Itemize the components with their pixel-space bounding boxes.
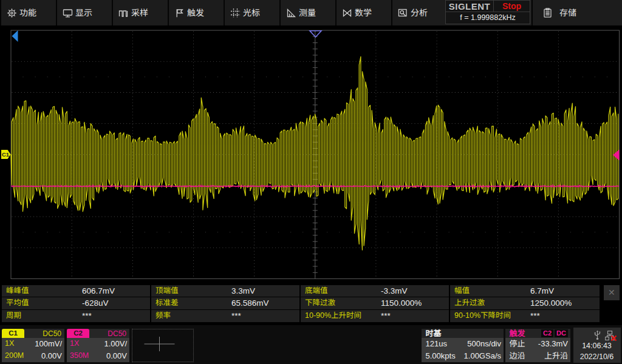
trigger-level: -33.3mV bbox=[538, 338, 568, 350]
channel1-scale-row: 1X 100mV/ bbox=[2, 338, 64, 350]
timebase-panel[interactable]: 时基 121us 500ns/div 5.00kpts 1.00GSa/s bbox=[422, 329, 504, 362]
trigger-position-marker[interactable] bbox=[310, 31, 321, 37]
trigger-coupling-badge: DC bbox=[555, 329, 568, 337]
trigger-status: 停止 bbox=[510, 338, 525, 350]
channel1-descriptor[interactable]: C1 DC50 1X 100mV/ 200M 0.00V bbox=[2, 329, 64, 362]
channel1-scale: 100mV/ bbox=[35, 338, 62, 350]
timebase-delay: 121us bbox=[426, 338, 447, 350]
measurement-cell: 顶端值3.3mV bbox=[151, 285, 301, 297]
timebase-row: 5.00kpts 1.00GSa/s bbox=[422, 350, 504, 362]
measurement-cell: 10-90%上升时间*** bbox=[301, 310, 450, 322]
trigger-slope: 上升沿 bbox=[544, 350, 568, 362]
channel2-scale: 1.00V/ bbox=[104, 338, 127, 350]
status-bar: C1 DC50 1X 100mV/ 200M 0.00V C2 DC50 1X … bbox=[0, 325, 622, 364]
measurement-label: 上升过激 bbox=[454, 297, 485, 309]
clock-time: 14:06:43 bbox=[573, 342, 621, 350]
measurement-value: -3.3mV bbox=[381, 285, 408, 297]
timebase-sample-rate: 1.00GSa/s bbox=[464, 350, 501, 362]
measurement-row: 峰峰值606.7mV 顶端值3.3mV 底端值-3.3mV 幅值6.7mV bbox=[2, 285, 600, 297]
timebase-body: 121us 500ns/div 5.00kpts 1.00GSa/s bbox=[422, 338, 504, 362]
timebase-scale: 500ns/div bbox=[467, 338, 501, 350]
measurement-row: 周期*** 频率*** 10-90%上升时间*** 90-10%下降时间*** bbox=[2, 310, 600, 322]
trigger-title: 触发 bbox=[510, 329, 525, 339]
measurement-value: *** bbox=[82, 310, 92, 322]
measurement-cell: 幅值6.7mV bbox=[450, 285, 600, 297]
trigger-type: 边沿 bbox=[510, 350, 525, 362]
channel2-tab: C2 bbox=[67, 329, 89, 339]
measurement-value: 606.7mV bbox=[82, 285, 115, 297]
measurement-cell: 上升过激1250.000% bbox=[450, 297, 600, 309]
trigger-row: 边沿 上升沿 bbox=[505, 350, 571, 362]
trigger-source-badge: C2 bbox=[541, 329, 553, 337]
channel1-offset-row: 200M 0.00V bbox=[2, 350, 64, 362]
timebase-points: 5.00kpts bbox=[426, 350, 456, 362]
trigger-row: 停止 -33.3mV bbox=[505, 338, 571, 350]
channel1-coupling: DC50 bbox=[43, 329, 61, 339]
measurement-cell: 峰峰值606.7mV bbox=[2, 285, 151, 297]
measurement-cell: 90-10%下降时间*** bbox=[450, 310, 600, 322]
crosshair-icon bbox=[132, 329, 193, 362]
measurement-label: 90-10%下降时间 bbox=[454, 310, 511, 322]
trigger-panel[interactable]: 触发 C2 DC 停止 -33.3mV 边沿 上升沿 bbox=[505, 329, 571, 362]
lan-disconnected-icon bbox=[605, 331, 617, 341]
trigger-header: 触发 C2 DC bbox=[505, 329, 571, 339]
measurement-cell: 标准差65.586mV bbox=[151, 297, 301, 309]
measurement-cell: 周期*** bbox=[2, 310, 151, 322]
measurement-label: 10-90%上升时间 bbox=[305, 310, 361, 322]
measurement-label: 下降过激 bbox=[305, 297, 335, 309]
measurement-label: 幅值 bbox=[454, 285, 470, 297]
trigger-delay-marker[interactable] bbox=[12, 30, 18, 42]
channel1-trace bbox=[11, 56, 618, 250]
measurement-label: 底端值 bbox=[305, 285, 328, 297]
channel1-settings: 1X 100mV/ 200M 0.00V bbox=[2, 338, 64, 362]
channel2-attenuation: 1X bbox=[70, 338, 79, 350]
usb-icon bbox=[593, 330, 601, 340]
measurement-value: *** bbox=[231, 310, 241, 322]
channel2-scale-row: 1X 1.00V/ bbox=[67, 338, 129, 350]
close-icon[interactable]: ✕ bbox=[604, 285, 620, 300]
measurement-value: 65.586mV bbox=[231, 297, 269, 309]
measurement-value: -628uV bbox=[82, 297, 109, 309]
clock-date: 2022/10/6 bbox=[573, 352, 621, 361]
measurement-value: 3.3mV bbox=[231, 285, 255, 297]
measurement-cell: 下降过激1150.000% bbox=[301, 297, 450, 309]
measurement-value: 6.7mV bbox=[530, 285, 554, 297]
channel2-descriptor[interactable]: C2 DC50 1X 1.00V/ 350M 0.00V bbox=[67, 329, 129, 362]
trigger-level-marker[interactable] bbox=[613, 150, 620, 161]
measurement-label: 标准差 bbox=[156, 297, 179, 309]
measurement-row: 平均值-628uV 标准差65.586mV 下降过激1150.000% 上升过激… bbox=[2, 297, 600, 309]
measurement-value: *** bbox=[381, 310, 391, 322]
empty-channel-slot[interactable] bbox=[132, 329, 194, 362]
channel2-settings: 1X 1.00V/ 350M 0.00V bbox=[67, 338, 129, 362]
measurement-label: 频率 bbox=[156, 310, 171, 322]
channel1-attenuation: 1X bbox=[5, 338, 14, 350]
channel2-offset-row: 350M 0.00V bbox=[67, 350, 129, 362]
measurement-value: 1250.000% bbox=[530, 297, 572, 309]
timebase-title: 时基 bbox=[426, 329, 442, 339]
channel2-offset: 0.00V bbox=[106, 350, 127, 362]
measurement-panel: 峰峰值606.7mV 顶端值3.3mV 底端值-3.3mV 幅值6.7mV 平均… bbox=[2, 285, 600, 322]
measurement-value: *** bbox=[530, 310, 540, 322]
clock-panel: 14:06:43 2022/10/6 bbox=[573, 328, 621, 363]
channel1-tab: C1 bbox=[2, 329, 24, 339]
measurement-label: 峰峰值 bbox=[6, 285, 29, 297]
measurement-label: 顶端值 bbox=[156, 285, 179, 297]
measurement-cell: 频率*** bbox=[151, 310, 301, 322]
trigger-body: 停止 -33.3mV 边沿 上升沿 bbox=[505, 338, 571, 362]
measurement-label: 平均值 bbox=[6, 297, 29, 309]
measurement-cell: 平均值-628uV bbox=[2, 297, 151, 309]
timebase-row: 121us 500ns/div bbox=[422, 338, 504, 350]
channel2-coupling: DC50 bbox=[108, 329, 126, 339]
measurement-value: 1150.000% bbox=[381, 297, 422, 309]
channel2-bandwidth: 350M bbox=[70, 350, 89, 362]
trigger-badges: C2 DC bbox=[541, 329, 568, 337]
channel1-offset: 0.00V bbox=[41, 350, 62, 362]
measurement-label: 周期 bbox=[6, 310, 21, 322]
timebase-header: 时基 bbox=[422, 329, 504, 339]
channel1-bandwidth: 200M bbox=[5, 350, 24, 362]
measurement-cell: 底端值-3.3mV bbox=[301, 285, 450, 297]
